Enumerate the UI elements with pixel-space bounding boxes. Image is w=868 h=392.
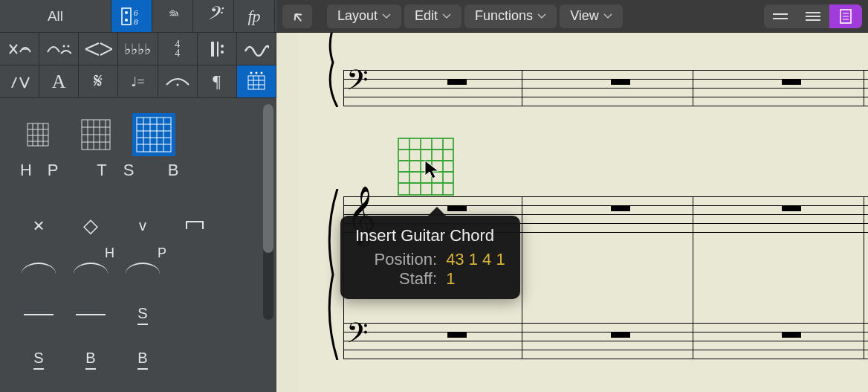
brace-icon (324, 189, 340, 360)
tab-pedal[interactable]: 𝆮 (152, 0, 193, 32)
dynamics-icon: fp (247, 7, 260, 26)
tooltip-staff-value: 1 (446, 269, 455, 288)
line-plain[interactable] (16, 302, 61, 327)
svg-point-13 (221, 51, 224, 54)
under-s[interactable]: S (16, 347, 61, 372)
cell-paragraph[interactable]: ¶ (198, 65, 237, 97)
chord-grid-small[interactable] (16, 113, 59, 156)
arc-h[interactable]: H (68, 257, 113, 283)
cell-slur[interactable] (39, 33, 79, 65)
bass-clef-icon: 𝄢 (346, 64, 369, 104)
cell-repeat[interactable] (198, 33, 237, 65)
bass-staff-2: 𝄢 (343, 323, 868, 359)
ornament-icon (244, 41, 269, 57)
label-H: H (16, 161, 36, 180)
chord-grid-medium[interactable] (74, 113, 117, 156)
repeat-icon (207, 39, 227, 60)
crescendo-icon (84, 41, 112, 57)
chord-grid-sizes (16, 113, 244, 156)
svg-point-22 (260, 71, 262, 74)
bowing-icon (8, 73, 30, 91)
chevron-down-icon (382, 13, 391, 19)
cell-meter[interactable]: 44 (158, 33, 198, 65)
cell-chord-grid[interactable] (237, 65, 276, 97)
back-arrow-icon (290, 9, 305, 24)
note-equals-icon: ♩= (131, 74, 144, 90)
bracket-icon (185, 219, 204, 232)
score-canvas[interactable]: 𝄢 𝄞 (276, 33, 868, 392)
palette-scrollbar[interactable] (263, 104, 273, 320)
cell-text[interactable]: A (39, 65, 79, 97)
sym-bracket[interactable] (172, 213, 217, 238)
cell-bowing[interactable] (0, 65, 39, 97)
sym-diamond[interactable]: ◇ (68, 213, 113, 238)
svg-point-21 (255, 71, 257, 74)
bass-staff-1: 𝄢 (343, 70, 868, 106)
chord-grid-large[interactable] (132, 113, 175, 156)
tooltip-position-value: 43 1 4 1 (446, 250, 505, 269)
cell-segno[interactable]: 𝄋 (79, 65, 118, 97)
cell-tempo[interactable]: ♩= (118, 65, 158, 97)
whole-rest (782, 205, 801, 211)
cell-crescendo[interactable] (79, 33, 118, 65)
svg-rect-0 (122, 8, 131, 25)
label-B: B (163, 161, 183, 180)
chevron-down-icon (603, 13, 612, 19)
palette-category-tabs: All 6 8 𝆮 𝄢 fp (0, 0, 276, 33)
slur-types-icon (46, 40, 71, 58)
whole-rest (611, 205, 630, 211)
svg-point-9 (68, 45, 70, 47)
tooltip-title: Insert Guitar Chord (355, 226, 505, 245)
segno-icon: 𝄋 (94, 69, 103, 94)
meter-icon: 44 (175, 40, 180, 58)
under-b1[interactable]: B (68, 347, 113, 372)
whole-rest (782, 79, 801, 85)
palette-items: H P T S B × ◇ v H P S S B B (0, 98, 260, 392)
label-P: P (43, 161, 62, 180)
back-button[interactable] (282, 4, 312, 28)
accidentals-icon: ♭♭♭♭ (124, 40, 151, 58)
cell-tie[interactable] (158, 65, 198, 97)
list-view-icon (804, 10, 822, 23)
tab-all[interactable]: All (0, 0, 111, 32)
cell-ornament[interactable] (237, 33, 276, 65)
scroll-thumb[interactable] (263, 104, 273, 253)
sym-x[interactable]: × (16, 213, 61, 238)
cell-accidentals[interactable]: ♭♭♭♭ (118, 33, 158, 65)
whole-rest (611, 79, 630, 85)
timesig-icon: 6 8 (120, 5, 143, 28)
chevron-down-icon (537, 13, 546, 19)
view-page[interactable] (829, 4, 862, 28)
cell-articulation[interactable] (0, 33, 39, 65)
menu-layout[interactable]: Layout (327, 4, 401, 28)
arc-p[interactable]: P (120, 257, 165, 283)
svg-rect-10 (211, 42, 214, 57)
whole-rest (782, 332, 801, 338)
insert-tooltip: Insert Guitar Chord Position: 43 1 4 1 S… (340, 216, 520, 299)
svg-point-2 (125, 19, 128, 22)
score-toolbar: Layout Edit Functions View (276, 0, 868, 33)
view-horizontal[interactable] (764, 4, 797, 28)
arc-plain[interactable] (16, 257, 61, 283)
line-s[interactable]: S (120, 302, 165, 327)
view-list[interactable] (797, 4, 829, 28)
menu-view[interactable]: View (560, 4, 623, 28)
svg-point-1 (125, 11, 128, 14)
score-editor: Layout Edit Functions View (276, 0, 868, 392)
under-b2[interactable]: B (120, 347, 165, 372)
bass-clef-icon: 𝄢 (346, 317, 369, 357)
tab-dynamics[interactable]: fp (234, 0, 275, 32)
whole-rest (447, 205, 467, 211)
menu-functions[interactable]: Functions (464, 4, 557, 28)
tooltip-position-row: Position: 43 1 4 1 (355, 250, 505, 269)
menu-edit[interactable]: Edit (404, 4, 461, 28)
sym-v[interactable]: v (120, 213, 165, 238)
tab-clef[interactable]: 𝄢 (193, 0, 234, 32)
label-S: S (119, 161, 138, 180)
cursor-icon (424, 159, 440, 183)
guitar-symbols-grid: × ◇ v H P S S B B (16, 213, 244, 372)
tab-time-signature[interactable]: 6 8 (111, 0, 152, 32)
svg-point-14 (176, 83, 178, 86)
palette-row-1: ♭♭♭♭ 44 (0, 33, 276, 65)
line-plain-2[interactable] (68, 302, 113, 327)
